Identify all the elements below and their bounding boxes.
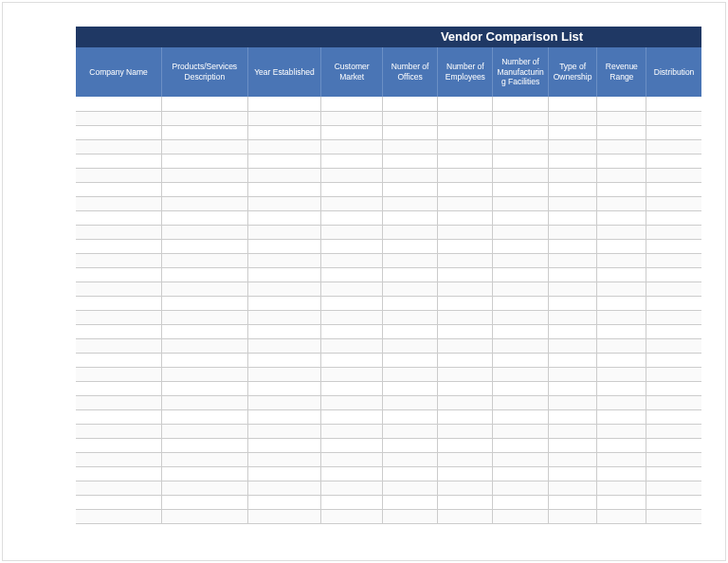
table-cell[interactable] (247, 381, 321, 395)
table-cell[interactable] (597, 310, 646, 324)
table-cell[interactable] (321, 168, 383, 182)
table-cell[interactable] (597, 438, 646, 452)
table-cell[interactable] (548, 438, 597, 452)
table-cell[interactable] (76, 324, 162, 338)
table-cell[interactable] (76, 409, 162, 424)
table-cell[interactable] (438, 310, 493, 324)
table-cell[interactable] (247, 182, 321, 196)
table-cell[interactable] (646, 225, 701, 239)
table-cell[interactable] (493, 495, 548, 509)
table-cell[interactable] (76, 466, 162, 481)
table-cell[interactable] (597, 154, 646, 168)
table-cell[interactable] (76, 168, 162, 182)
table-cell[interactable] (646, 338, 701, 353)
table-cell[interactable] (162, 395, 248, 409)
table-cell[interactable] (383, 154, 438, 168)
table-cell[interactable] (247, 97, 321, 111)
table-cell[interactable] (438, 239, 493, 253)
table-cell[interactable] (162, 253, 248, 267)
table-cell[interactable] (646, 239, 701, 253)
table-cell[interactable] (597, 282, 646, 296)
table-cell[interactable] (548, 409, 597, 424)
table-cell[interactable] (493, 481, 548, 495)
table-cell[interactable] (321, 97, 383, 111)
table-cell[interactable] (597, 452, 646, 466)
table-cell[interactable] (438, 253, 493, 267)
table-cell[interactable] (493, 154, 548, 168)
table-cell[interactable] (162, 509, 248, 523)
table-cell[interactable] (247, 210, 321, 225)
table-cell[interactable] (162, 282, 248, 296)
table-cell[interactable] (76, 282, 162, 296)
table-cell[interactable] (493, 324, 548, 338)
table-cell[interactable] (493, 409, 548, 424)
table-cell[interactable] (247, 125, 321, 139)
table-cell[interactable] (76, 481, 162, 495)
table-cell[interactable] (548, 168, 597, 182)
table-cell[interactable] (493, 182, 548, 196)
table-cell[interactable] (438, 353, 493, 367)
table-cell[interactable] (162, 267, 248, 282)
table-cell[interactable] (321, 338, 383, 353)
table-cell[interactable] (76, 509, 162, 523)
table-cell[interactable] (321, 367, 383, 381)
table-cell[interactable] (548, 324, 597, 338)
table-cell[interactable] (247, 509, 321, 523)
table-cell[interactable] (548, 125, 597, 139)
table-cell[interactable] (548, 253, 597, 267)
table-cell[interactable] (321, 125, 383, 139)
table-cell[interactable] (162, 182, 248, 196)
table-cell[interactable] (548, 338, 597, 353)
table-cell[interactable] (76, 210, 162, 225)
table-cell[interactable] (493, 338, 548, 353)
table-cell[interactable] (438, 182, 493, 196)
table-cell[interactable] (247, 409, 321, 424)
table-cell[interactable] (321, 253, 383, 267)
table-cell[interactable] (597, 210, 646, 225)
table-cell[interactable] (383, 438, 438, 452)
table-cell[interactable] (597, 182, 646, 196)
table-cell[interactable] (247, 452, 321, 466)
table-cell[interactable] (548, 182, 597, 196)
table-cell[interactable] (76, 253, 162, 267)
table-cell[interactable] (76, 438, 162, 452)
table-cell[interactable] (493, 381, 548, 395)
table-cell[interactable] (383, 210, 438, 225)
table-cell[interactable] (646, 168, 701, 182)
table-cell[interactable] (321, 509, 383, 523)
table-cell[interactable] (438, 267, 493, 282)
table-cell[interactable] (597, 97, 646, 111)
table-cell[interactable] (597, 267, 646, 282)
table-cell[interactable] (247, 139, 321, 154)
table-cell[interactable] (383, 353, 438, 367)
table-cell[interactable] (597, 324, 646, 338)
table-cell[interactable] (493, 452, 548, 466)
table-cell[interactable] (438, 225, 493, 239)
table-cell[interactable] (247, 353, 321, 367)
table-cell[interactable] (321, 196, 383, 210)
table-cell[interactable] (383, 182, 438, 196)
table-cell[interactable] (493, 125, 548, 139)
table-cell[interactable] (321, 282, 383, 296)
table-cell[interactable] (597, 381, 646, 395)
table-cell[interactable] (493, 395, 548, 409)
table-cell[interactable] (162, 367, 248, 381)
table-cell[interactable] (247, 111, 321, 125)
table-cell[interactable] (162, 296, 248, 310)
table-cell[interactable] (76, 154, 162, 168)
table-cell[interactable] (548, 282, 597, 296)
table-cell[interactable] (162, 338, 248, 353)
table-cell[interactable] (383, 452, 438, 466)
table-cell[interactable] (548, 296, 597, 310)
table-cell[interactable] (597, 338, 646, 353)
table-cell[interactable] (646, 111, 701, 125)
table-cell[interactable] (76, 182, 162, 196)
table-cell[interactable] (162, 168, 248, 182)
table-cell[interactable] (162, 452, 248, 466)
table-cell[interactable] (646, 125, 701, 139)
table-cell[interactable] (493, 353, 548, 367)
table-cell[interactable] (383, 267, 438, 282)
table-cell[interactable] (493, 310, 548, 324)
table-cell[interactable] (383, 509, 438, 523)
table-cell[interactable] (162, 495, 248, 509)
